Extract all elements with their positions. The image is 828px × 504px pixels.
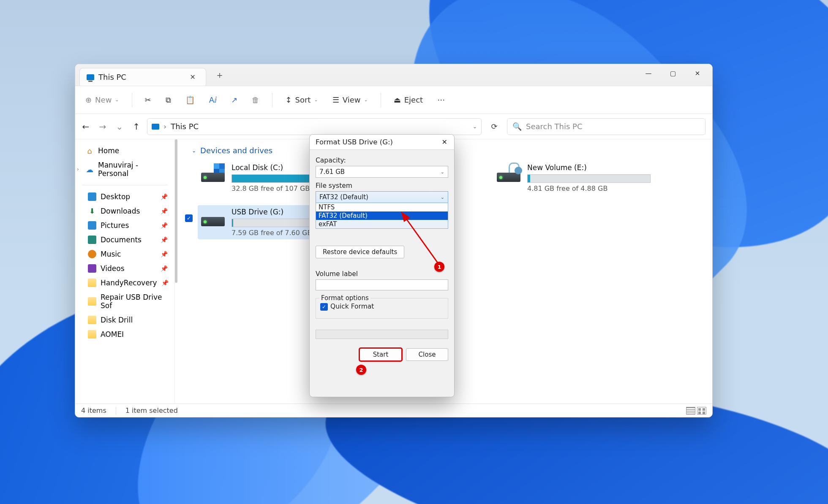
- delete-button[interactable]: 🗑: [247, 93, 264, 107]
- pin-icon: 📌: [161, 279, 169, 286]
- command-bar: ⊕ New ⌄ ✂ ⧉ 📋 Aⅈ ↗ 🗑 ↕ Sort ⌄ ☰ View ⌄ ⏏…: [75, 86, 712, 114]
- rename-icon: Aⅈ: [209, 95, 217, 104]
- sidebar-documents[interactable]: Documents 📌: [75, 233, 174, 247]
- maximize-button[interactable]: ▢: [661, 64, 685, 83]
- sidebar-diskdrill[interactable]: Disk Drill: [75, 313, 174, 327]
- folder-icon: [88, 316, 96, 324]
- paste-button[interactable]: 📋: [180, 93, 200, 107]
- scrollbar[interactable]: [175, 139, 177, 283]
- capacity-select[interactable]: 7.61 GB ⌄: [316, 166, 448, 178]
- tiles-view-icon: [697, 407, 706, 415]
- more-button[interactable]: ⋯: [432, 93, 450, 107]
- eject-icon: ⏏: [394, 95, 401, 104]
- back-button[interactable]: ←: [79, 122, 92, 132]
- delete-icon: 🗑: [252, 95, 259, 104]
- search-icon: 🔍: [512, 122, 522, 131]
- selection-checkbox[interactable]: ✓: [185, 214, 193, 222]
- pictures-icon: [88, 221, 96, 230]
- status-bar: 4 items 1 item selected: [75, 404, 712, 417]
- checkbox-checked-icon: ✓: [320, 303, 328, 311]
- capacity-bar: [527, 174, 651, 183]
- recent-locations-button[interactable]: ⌄: [113, 122, 126, 132]
- start-button[interactable]: Start: [360, 348, 402, 361]
- eject-button[interactable]: ⏏ Eject: [389, 93, 428, 107]
- rename-button[interactable]: Aⅈ: [204, 93, 222, 107]
- dialog-close-button[interactable]: ✕: [439, 137, 451, 147]
- sidebar-onedrive-personal[interactable]: › ☁ Manuviraj - Personal: [75, 158, 174, 181]
- paste-icon: 📋: [185, 95, 195, 104]
- share-icon: ↗: [231, 95, 237, 104]
- close-window-button[interactable]: ✕: [685, 64, 710, 83]
- search-box[interactable]: 🔍 Search This PC: [507, 118, 705, 135]
- new-button[interactable]: ⊕ New ⌄: [80, 93, 124, 107]
- pin-icon: 📌: [161, 236, 168, 243]
- sidebar-aomei[interactable]: AOMEI: [75, 327, 174, 341]
- sidebar-music[interactable]: Music 📌: [75, 247, 174, 261]
- details-view-icon: [686, 407, 695, 415]
- filesystem-label: File system: [316, 182, 448, 190]
- sort-button[interactable]: ↕ Sort ⌄: [280, 93, 323, 107]
- minimize-button[interactable]: —: [636, 64, 661, 83]
- chevron-right-icon: ›: [77, 166, 79, 172]
- pin-icon: 📌: [161, 222, 168, 229]
- refresh-button[interactable]: ⟳: [486, 122, 503, 131]
- downloads-icon: ⬇: [88, 207, 96, 215]
- filesystem-select[interactable]: FAT32 (Default) ⌄: [316, 191, 448, 203]
- copy-button[interactable]: ⧉: [161, 93, 176, 107]
- tab-title: This PC: [98, 73, 126, 81]
- tab-close-button[interactable]: ✕: [187, 71, 199, 83]
- new-tab-button[interactable]: ＋: [211, 69, 228, 81]
- sidebar-repairusb[interactable]: Repair USB Drive Sof: [75, 290, 174, 313]
- sidebar-pictures[interactable]: Pictures 📌: [75, 218, 174, 233]
- window-controls: — ▢ ✕: [636, 64, 710, 83]
- chevron-down-icon: ⌄: [441, 195, 444, 200]
- fs-option-ntfs[interactable]: NTFS: [316, 203, 448, 211]
- cut-button[interactable]: ✂: [140, 93, 156, 107]
- dialog-title: Format USB Drive (G:): [316, 138, 393, 146]
- more-icon: ⋯: [437, 95, 445, 104]
- restore-defaults-button[interactable]: Restore device defaults: [316, 246, 404, 258]
- sidebar-downloads[interactable]: ⬇ Downloads 📌: [75, 204, 174, 218]
- videos-icon: [88, 264, 96, 273]
- item-count: 4 items: [81, 406, 106, 415]
- view-icon: ☰: [332, 95, 339, 104]
- fs-option-fat32[interactable]: FAT32 (Default): [316, 211, 448, 220]
- forward-button[interactable]: →: [96, 122, 109, 132]
- selection-count: 1 item selected: [125, 406, 178, 415]
- volume-label-input[interactable]: [316, 279, 448, 290]
- onedrive-icon: ☁: [85, 165, 94, 173]
- format-options-legend: Format options: [319, 294, 370, 302]
- folder-icon: [88, 297, 96, 306]
- locked-drive-icon: [497, 163, 520, 182]
- chevron-down-icon: ⌄: [473, 124, 477, 130]
- folder-icon: [88, 330, 96, 339]
- annotation-badge-1: 1: [434, 262, 444, 272]
- documents-icon: [88, 236, 96, 244]
- home-icon: ⌂: [85, 146, 94, 155]
- sidebar-handyrecovery[interactable]: HandyRecovery 📌: [75, 276, 174, 290]
- search-placeholder: Search This PC: [526, 122, 583, 131]
- share-button[interactable]: ↗: [226, 93, 242, 107]
- quick-format-checkbox[interactable]: ✓Quick Format: [320, 303, 374, 310]
- chevron-down-icon: ⌄: [314, 97, 318, 103]
- sidebar-desktop[interactable]: Desktop 📌: [75, 190, 174, 204]
- volume-label-label: Volume label: [316, 270, 448, 278]
- dialog-titlebar[interactable]: Format USB Drive (G:) ✕: [310, 135, 454, 150]
- chevron-down-icon: ⌄: [441, 169, 444, 175]
- close-button[interactable]: Close: [406, 348, 448, 361]
- drive-new-volume-e[interactable]: New Volume (E:) 4.81 GB free of 4.88 GB: [493, 161, 654, 195]
- copy-icon: ⧉: [166, 95, 171, 105]
- view-mode-toggle[interactable]: [686, 407, 706, 415]
- usb-drive-icon: [201, 208, 225, 226]
- chevron-down-icon: ⌄: [115, 97, 119, 103]
- desktop-icon: [88, 192, 96, 201]
- windows-drive-icon: [201, 163, 225, 182]
- address-bar[interactable]: › This PC ⌄: [147, 118, 482, 135]
- sidebar-home[interactable]: ⌂ Home: [75, 144, 174, 158]
- fs-option-exfat[interactable]: exFAT: [316, 220, 448, 228]
- view-button[interactable]: ☰ View ⌄: [327, 93, 373, 107]
- up-button[interactable]: ↑: [130, 122, 143, 132]
- sidebar-videos[interactable]: Videos 📌: [75, 261, 174, 276]
- pin-icon: 📌: [161, 251, 168, 257]
- explorer-tab-thispc[interactable]: This PC ✕: [79, 68, 206, 86]
